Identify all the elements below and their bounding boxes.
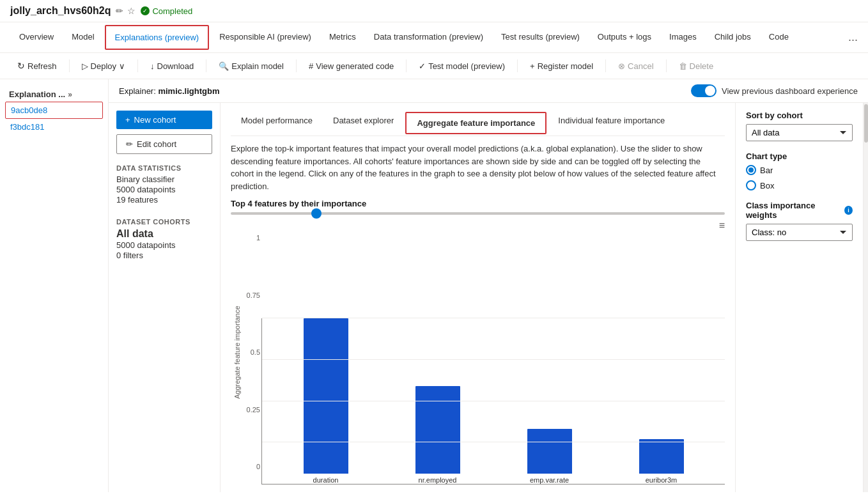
explanation-sidebar: Explanation ... » 9acb0de8 f3bdc181 bbox=[0, 79, 109, 492]
y-tick-025: 0.25 bbox=[241, 406, 260, 414]
sub-tab-dataset-explorer[interactable]: Dataset explorer bbox=[323, 111, 404, 136]
tab-images[interactable]: Images bbox=[660, 26, 706, 49]
sidebar-title-text: Explanation ... bbox=[9, 89, 65, 99]
explain-model-button[interactable]: 🔍 Explain model bbox=[212, 58, 291, 75]
register-label: Register model bbox=[538, 61, 593, 71]
download-button[interactable]: ↓ Download bbox=[143, 58, 201, 75]
delete-button[interactable]: 🗑 Delete bbox=[672, 58, 721, 75]
chart-type-bar-option[interactable]: Bar bbox=[746, 165, 853, 175]
sub-tab-model-performance[interactable]: Model performance bbox=[231, 111, 323, 136]
toolbar-separator-7 bbox=[605, 59, 606, 72]
register-model-button[interactable]: + Register model bbox=[523, 58, 600, 75]
sidebar-title: Explanation ... » bbox=[5, 87, 103, 102]
toolbar-separator-4 bbox=[296, 59, 297, 72]
classifier-type: Binary classifier bbox=[116, 174, 212, 184]
dataset-cohorts-heading: DATASET COHORTS bbox=[116, 218, 212, 226]
test-model-button[interactable]: ✓ Test model (preview) bbox=[412, 58, 512, 75]
edit-cohort-button[interactable]: ✏ Edit cohort bbox=[116, 134, 212, 154]
status-text: Completed bbox=[152, 6, 192, 16]
register-plus-icon: + bbox=[530, 61, 535, 71]
sort-by-cohort-dropdown[interactable]: All data 9acb0de8 f3bdc181 bbox=[746, 124, 853, 141]
tab-code[interactable]: Code bbox=[760, 26, 798, 49]
tab-outputs-logs[interactable]: Outputs + logs bbox=[589, 26, 660, 49]
dashboard-toggle[interactable] bbox=[691, 84, 717, 97]
pencil-icon: ✏ bbox=[126, 139, 133, 149]
top-header: jolly_arch_hvs60h2q ✏ ☆ Completed bbox=[0, 0, 868, 22]
class-importance-dropdown[interactable]: Class: no Class: yes bbox=[746, 224, 853, 241]
tab-child-jobs[interactable]: Child jobs bbox=[706, 26, 760, 49]
bar-euribor3m-label: euribor3m bbox=[646, 476, 678, 484]
sidebar-expand-icon[interactable]: » bbox=[68, 90, 72, 99]
nav-more-icon[interactable]: ... bbox=[848, 31, 858, 44]
class-importance-info-icon[interactable]: i bbox=[844, 206, 853, 215]
chart-type-section: Chart type Bar Box bbox=[746, 151, 853, 190]
bar-radio-circle bbox=[746, 165, 756, 175]
status-icon bbox=[141, 6, 150, 15]
sub-tab-aggregate-feature-importance[interactable]: Aggregate feature importance bbox=[405, 112, 546, 134]
bar-nr-employed[interactable]: nr.employed bbox=[387, 318, 488, 484]
chart-menu-button[interactable]: ≡ bbox=[719, 220, 725, 231]
deploy-button[interactable]: ▷ Deploy ∨ bbox=[75, 58, 132, 75]
cancel-button[interactable]: ⊗ Cancel bbox=[611, 58, 660, 75]
edit-name-icon[interactable]: ✏ bbox=[116, 6, 123, 16]
right-panel: Explainer: mimic.lightgbm View previous … bbox=[109, 79, 868, 492]
explainer-value: mimic.lightgbm bbox=[158, 86, 219, 96]
grid-line-100 bbox=[262, 318, 725, 318]
bar-emp-var-rate[interactable]: emp.var.rate bbox=[499, 318, 600, 484]
deploy-icon: ▷ bbox=[82, 61, 88, 71]
cohort-filters: 0 filters bbox=[116, 251, 212, 260]
box-radio-label: Box bbox=[760, 181, 774, 190]
datapoints-count: 5000 datapoints bbox=[116, 185, 212, 194]
explainer-label-text: Explainer: bbox=[119, 86, 156, 96]
toolbar-separator-6 bbox=[517, 59, 518, 72]
toolbar: ↻ Refresh ▷ Deploy ∨ ↓ Download 🔍 Explai… bbox=[0, 53, 868, 79]
cohort-item-f3bdc181[interactable]: f3bdc181 bbox=[5, 119, 103, 135]
chart-controls: Sort by cohort All data 9acb0de8 f3bdc18… bbox=[735, 103, 863, 492]
sort-by-cohort-section: Sort by cohort All data 9acb0de8 f3bdc18… bbox=[746, 111, 853, 141]
delete-trash-icon: 🗑 bbox=[679, 61, 687, 71]
plus-icon: + bbox=[125, 115, 130, 125]
y-tick-075: 0.75 bbox=[241, 291, 260, 299]
toolbar-separator-3 bbox=[206, 59, 206, 72]
tab-explanations[interactable]: Explanations (preview) bbox=[105, 25, 210, 50]
toolbar-separator-2 bbox=[137, 59, 138, 72]
chart-description: Explore the top-k important features tha… bbox=[231, 143, 725, 192]
tab-test-results[interactable]: Test results (preview) bbox=[492, 26, 589, 49]
data-statistics-heading: DATA STATISTICS bbox=[116, 164, 212, 172]
refresh-button[interactable]: ↻ Refresh bbox=[10, 57, 64, 75]
explainer-info: Explainer: mimic.lightgbm bbox=[119, 86, 220, 96]
tab-overview[interactable]: Overview bbox=[10, 26, 63, 49]
y-tick-05: 0.5 bbox=[241, 348, 260, 356]
code-hash-icon: # bbox=[309, 61, 313, 71]
features-count: 19 features bbox=[116, 195, 212, 205]
bar-emp-var-rate-label: emp.var.rate bbox=[530, 476, 569, 484]
tab-responsible-ai[interactable]: Responsible AI (preview) bbox=[210, 26, 320, 49]
data-statistics-section: DATA STATISTICS Binary classifier 5000 d… bbox=[116, 164, 212, 205]
class-importance-heading: Class importance weights i bbox=[746, 201, 853, 220]
main-content: Explanation ... » 9acb0de8 f3bdc181 Expl… bbox=[0, 79, 868, 492]
chart-type-box-option[interactable]: Box bbox=[746, 180, 853, 190]
cohort-item-9acb0de8[interactable]: 9acb0de8 bbox=[5, 102, 103, 119]
sub-tab-individual-feature-importance[interactable]: Individual feature importance bbox=[548, 111, 675, 136]
view-generated-code-button[interactable]: # View generated code bbox=[302, 58, 401, 75]
grid-line-050 bbox=[262, 401, 725, 401]
status-badge: Completed bbox=[141, 6, 192, 16]
tab-metrics[interactable]: Metrics bbox=[320, 26, 365, 49]
scrollbar[interactable] bbox=[863, 103, 868, 492]
new-cohort-button[interactable]: + New cohort bbox=[116, 111, 212, 129]
favorite-star-icon[interactable]: ☆ bbox=[127, 6, 136, 16]
bar-duration[interactable]: duration bbox=[275, 318, 376, 484]
toolbar-separator-8 bbox=[666, 59, 667, 72]
cancel-label: Cancel bbox=[628, 61, 653, 71]
cohort-display-name: All data bbox=[116, 228, 212, 240]
tab-model[interactable]: Model bbox=[63, 26, 103, 49]
bar-duration-rect bbox=[304, 318, 348, 474]
left-controls: + New cohort ✏ Edit cohort DATA STATISTI… bbox=[109, 103, 221, 492]
chart-area: Model performance Dataset explorer Aggre… bbox=[221, 103, 735, 492]
header-icons: ✏ ☆ bbox=[116, 6, 136, 16]
scrollbar-thumb[interactable] bbox=[864, 104, 868, 143]
tab-data-transformation[interactable]: Data transformation (preview) bbox=[365, 26, 492, 49]
bar-euribor3m[interactable]: euribor3m bbox=[610, 318, 712, 484]
chart-title: Top 4 features by their importance bbox=[231, 199, 725, 208]
features-slider[interactable] bbox=[231, 212, 725, 215]
